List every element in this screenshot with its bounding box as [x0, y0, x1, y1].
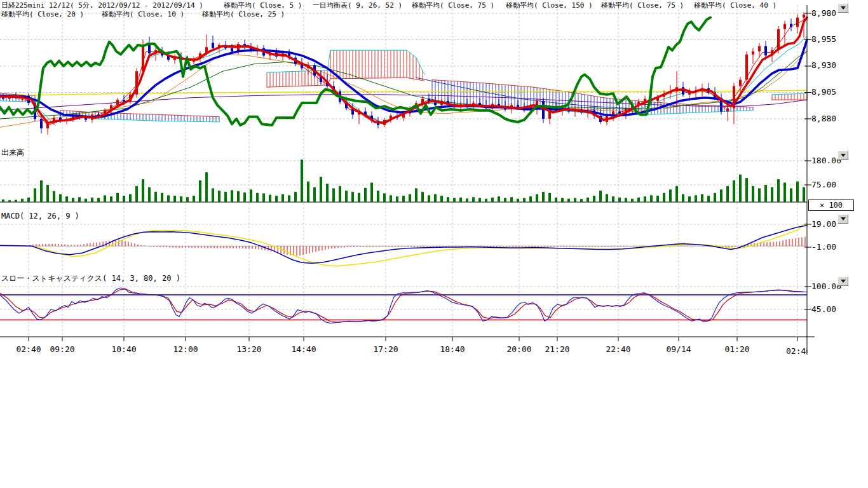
volume-panel-scale-dropdown-button[interactable]: [837, 151, 848, 160]
chevron-down-icon: [841, 154, 846, 157]
time-tick-0240-clipped: 02:40: [785, 344, 807, 356]
chevron-down-icon: [841, 6, 846, 10]
stoch-tick-45: 45.00: [811, 304, 836, 314]
stoch-tick-100: 100.00: [811, 281, 841, 291]
price-tick-8955: 8,955: [811, 34, 836, 44]
price-tick-8880: 8,880: [811, 114, 836, 123]
time-tick-0920: 09:20: [47, 344, 78, 354]
legend-ichimoku: 一目均衡表( 9, 26, 52 ): [313, 1, 402, 10]
volume-tick-180: 180.00: [811, 156, 841, 165]
chart-title: 日経225mini 12/12( 5分, 2012/09/12 - 2012/0…: [1, 1, 203, 10]
time-tick-0240: 02:40: [13, 344, 44, 354]
price-tick-8930: 8,930: [811, 60, 836, 70]
legend-ma20: 移動平均( Close, 20 ): [1, 10, 84, 19]
macd-panel-label: MACD( 12, 26, 9 ): [1, 212, 79, 220]
time-tick-1840: 18:40: [437, 344, 468, 354]
price-tick-8980: 8,980: [811, 8, 836, 18]
time-tick-2000: 20:00: [504, 344, 534, 354]
price-tick-8905: 8,905: [811, 87, 836, 97]
time-tick-1320: 13:20: [234, 344, 264, 354]
volume-panel-label: 出来高: [1, 147, 24, 158]
legend-ma5: 移動平均( Close, 5 ): [224, 1, 302, 10]
volume-tick-75: 75.00: [811, 180, 836, 189]
stoch-panel-label: スロー・ストキャスティクス( 14, 3, 80, 20 ): [1, 273, 180, 284]
chart-application-window: 日経225mini 12/12( 5分, 2012/09/12 - 2012/0…: [0, 0, 868, 488]
macd-tick-19: 19.00: [811, 219, 836, 229]
time-tick-0914: 09/14: [663, 344, 694, 354]
legend-ma75: 移動平均( Close, 75 ): [412, 1, 494, 10]
legend-ma10: 移動平均( Close, 10 ): [102, 10, 184, 19]
macd-panel-scale-dropdown-button[interactable]: [837, 214, 848, 224]
time-tick-1440: 14:40: [288, 344, 319, 354]
macd-tick-minus1: -1.00: [811, 242, 836, 252]
volume-multiplier-box: × 100: [808, 200, 854, 211]
legend-ma75-2: 移動平均( Close, 75 ): [601, 1, 684, 10]
legend-ma40: 移動平均( Close, 40 ): [694, 1, 776, 10]
legend-ma25: 移動平均( Close, 25 ): [202, 10, 285, 19]
time-tick-0120: 01:20: [722, 344, 752, 354]
chart-canvas: [0, 0, 868, 488]
time-tick-2120: 21:20: [542, 344, 573, 354]
stoch-panel-scale-dropdown-button[interactable]: [837, 276, 848, 286]
time-tick-1200: 12:00: [170, 344, 201, 354]
chevron-down-icon: [841, 280, 846, 283]
time-tick-1040: 10:40: [109, 344, 139, 354]
legend-ma150: 移動平均( Close, 150 ): [506, 1, 593, 10]
chevron-down-icon: [841, 217, 846, 220]
time-tick-1720: 17:20: [370, 344, 401, 354]
volume-multiplier-label: × 100: [820, 201, 843, 210]
main-panel-scale-dropdown-button[interactable]: [837, 3, 848, 13]
time-tick-2240: 22:40: [603, 344, 634, 354]
